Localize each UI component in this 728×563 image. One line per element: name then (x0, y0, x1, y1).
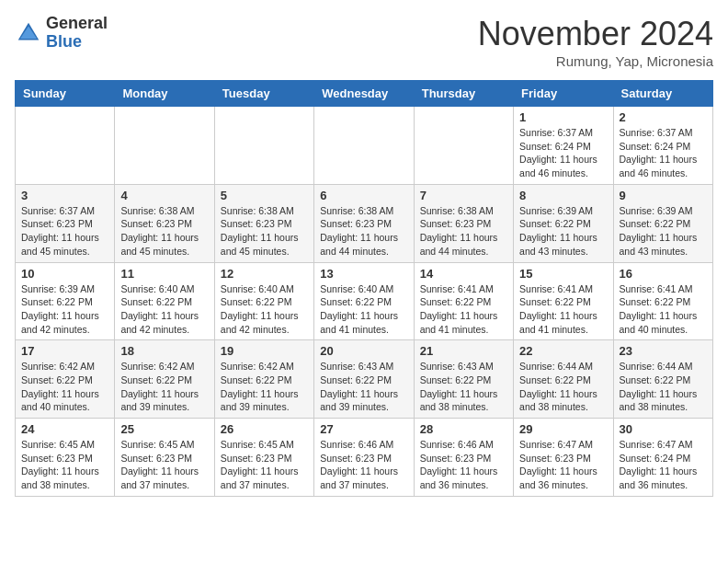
day-info: Sunrise: 6:45 AM Sunset: 6:23 PM Dayligh… (221, 438, 308, 492)
calendar-cell: 20Sunrise: 6:43 AM Sunset: 6:22 PM Dayli… (314, 340, 414, 419)
day-info: Sunrise: 6:38 AM Sunset: 6:23 PM Dayligh… (221, 204, 308, 259)
day-info: Sunrise: 6:40 AM Sunset: 6:22 PM Dayligh… (221, 282, 308, 337)
day-info: Sunrise: 6:41 AM Sunset: 6:22 PM Dayligh… (420, 282, 507, 337)
day-info: Sunrise: 6:41 AM Sunset: 6:22 PM Dayligh… (620, 282, 707, 337)
day-number: 5 (221, 189, 308, 202)
day-info: Sunrise: 6:40 AM Sunset: 6:22 PM Dayligh… (320, 282, 407, 337)
calendar-cell: 11Sunrise: 6:40 AM Sunset: 6:22 PM Dayli… (115, 262, 214, 340)
day-info: Sunrise: 6:41 AM Sunset: 6:22 PM Dayligh… (519, 282, 607, 337)
calendar-cell: 23Sunrise: 6:44 AM Sunset: 6:22 PM Dayli… (613, 340, 712, 419)
day-info: Sunrise: 6:42 AM Sunset: 6:22 PM Dayligh… (221, 360, 308, 414)
day-number: 9 (620, 189, 707, 202)
day-info: Sunrise: 6:45 AM Sunset: 6:23 PM Dayligh… (21, 438, 108, 492)
calendar-cell: 13Sunrise: 6:40 AM Sunset: 6:22 PM Dayli… (314, 262, 414, 340)
day-info: Sunrise: 6:38 AM Sunset: 6:23 PM Dayligh… (420, 204, 507, 259)
month-title: November 2024 (478, 15, 713, 53)
calendar-cell: 25Sunrise: 6:45 AM Sunset: 6:23 PM Dayli… (115, 419, 214, 497)
day-info: Sunrise: 6:47 AM Sunset: 6:24 PM Dayligh… (620, 438, 707, 492)
day-info: Sunrise: 6:42 AM Sunset: 6:22 PM Dayligh… (120, 360, 208, 414)
calendar-cell (115, 107, 214, 185)
calendar-cell: 30Sunrise: 6:47 AM Sunset: 6:24 PM Dayli… (613, 419, 712, 497)
calendar-cell: 6Sunrise: 6:38 AM Sunset: 6:23 PM Daylig… (314, 184, 414, 262)
calendar-cell (414, 107, 513, 185)
calendar-week-row: 24Sunrise: 6:45 AM Sunset: 6:23 PM Dayli… (16, 419, 713, 497)
calendar-cell: 5Sunrise: 6:38 AM Sunset: 6:23 PM Daylig… (214, 184, 313, 262)
day-number: 28 (420, 422, 507, 436)
day-number: 18 (120, 344, 208, 358)
day-info: Sunrise: 6:40 AM Sunset: 6:22 PM Dayligh… (120, 282, 208, 337)
calendar-cell: 24Sunrise: 6:45 AM Sunset: 6:23 PM Dayli… (16, 419, 115, 497)
calendar-table: SundayMondayTuesdayWednesdayThursdayFrid… (15, 80, 713, 497)
column-header-wednesday: Wednesday (314, 81, 414, 107)
day-info: Sunrise: 6:39 AM Sunset: 6:22 PM Dayligh… (21, 282, 108, 337)
calendar-cell: 8Sunrise: 6:39 AM Sunset: 6:22 PM Daylig… (514, 184, 613, 262)
calendar-cell: 22Sunrise: 6:44 AM Sunset: 6:22 PM Dayli… (514, 340, 613, 419)
day-info: Sunrise: 6:46 AM Sunset: 6:23 PM Dayligh… (320, 438, 407, 492)
calendar-cell: 10Sunrise: 6:39 AM Sunset: 6:22 PM Dayli… (16, 262, 115, 340)
calendar-cell: 3Sunrise: 6:37 AM Sunset: 6:23 PM Daylig… (16, 184, 115, 262)
day-number: 2 (620, 110, 707, 124)
day-number: 20 (320, 344, 407, 358)
calendar-cell: 26Sunrise: 6:45 AM Sunset: 6:23 PM Dayli… (214, 419, 313, 497)
logo: General Blue (15, 15, 108, 52)
day-number: 7 (420, 189, 507, 202)
calendar-cell: 16Sunrise: 6:41 AM Sunset: 6:22 PM Dayli… (613, 262, 712, 340)
day-info: Sunrise: 6:43 AM Sunset: 6:22 PM Dayligh… (320, 360, 407, 414)
calendar-cell: 2Sunrise: 6:37 AM Sunset: 6:24 PM Daylig… (613, 107, 712, 185)
day-number: 25 (120, 422, 208, 436)
location: Rumung, Yap, Micronesia (478, 53, 713, 69)
day-number: 11 (120, 267, 208, 281)
calendar-cell: 15Sunrise: 6:41 AM Sunset: 6:22 PM Dayli… (514, 262, 613, 340)
calendar-cell (314, 107, 414, 185)
day-number: 8 (519, 189, 607, 202)
day-info: Sunrise: 6:44 AM Sunset: 6:22 PM Dayligh… (620, 360, 707, 414)
column-header-monday: Monday (115, 81, 214, 107)
calendar-week-row: 10Sunrise: 6:39 AM Sunset: 6:22 PM Dayli… (16, 262, 713, 340)
day-info: Sunrise: 6:44 AM Sunset: 6:22 PM Dayligh… (519, 360, 607, 414)
calendar-week-row: 17Sunrise: 6:42 AM Sunset: 6:22 PM Dayli… (16, 340, 713, 419)
day-number: 6 (320, 189, 407, 202)
day-number: 14 (420, 267, 507, 281)
day-number: 30 (620, 422, 707, 436)
column-header-friday: Friday (514, 81, 613, 107)
day-number: 27 (320, 422, 407, 436)
calendar-cell: 12Sunrise: 6:40 AM Sunset: 6:22 PM Dayli… (214, 262, 313, 340)
day-info: Sunrise: 6:45 AM Sunset: 6:23 PM Dayligh… (120, 438, 208, 492)
day-number: 4 (120, 189, 208, 202)
day-number: 1 (519, 110, 607, 124)
day-number: 10 (21, 267, 108, 281)
day-info: Sunrise: 6:38 AM Sunset: 6:23 PM Dayligh… (120, 204, 208, 259)
calendar-cell: 17Sunrise: 6:42 AM Sunset: 6:22 PM Dayli… (16, 340, 115, 419)
day-number: 12 (221, 267, 308, 281)
calendar-cell: 29Sunrise: 6:47 AM Sunset: 6:23 PM Dayli… (514, 419, 613, 497)
column-header-sunday: Sunday (16, 81, 115, 107)
calendar-cell: 4Sunrise: 6:38 AM Sunset: 6:23 PM Daylig… (115, 184, 214, 262)
day-number: 24 (21, 422, 108, 436)
page-header: General Blue November 2024 Rumung, Yap, … (15, 15, 713, 69)
calendar-cell: 9Sunrise: 6:39 AM Sunset: 6:22 PM Daylig… (613, 184, 712, 262)
day-number: 26 (221, 422, 308, 436)
day-number: 29 (519, 422, 607, 436)
day-info: Sunrise: 6:38 AM Sunset: 6:23 PM Dayligh… (320, 204, 407, 259)
calendar-week-row: 3Sunrise: 6:37 AM Sunset: 6:23 PM Daylig… (16, 184, 713, 262)
calendar-cell (16, 107, 115, 185)
calendar-cell: 14Sunrise: 6:41 AM Sunset: 6:22 PM Dayli… (414, 262, 513, 340)
day-number: 15 (519, 267, 607, 281)
day-info: Sunrise: 6:37 AM Sunset: 6:23 PM Dayligh… (21, 204, 108, 259)
day-number: 3 (21, 189, 108, 202)
day-number: 22 (519, 344, 607, 358)
calendar-header-row: SundayMondayTuesdayWednesdayThursdayFrid… (16, 81, 713, 107)
column-header-thursday: Thursday (414, 81, 513, 107)
day-number: 17 (21, 344, 108, 358)
calendar-cell: 18Sunrise: 6:42 AM Sunset: 6:22 PM Dayli… (115, 340, 214, 419)
title-area: November 2024 Rumung, Yap, Micronesia (478, 15, 713, 69)
day-info: Sunrise: 6:46 AM Sunset: 6:23 PM Dayligh… (420, 438, 507, 492)
logo-text: General Blue (46, 15, 108, 52)
day-info: Sunrise: 6:43 AM Sunset: 6:22 PM Dayligh… (420, 360, 507, 414)
day-number: 19 (221, 344, 308, 358)
day-info: Sunrise: 6:42 AM Sunset: 6:22 PM Dayligh… (21, 360, 108, 414)
calendar-cell: 19Sunrise: 6:42 AM Sunset: 6:22 PM Dayli… (214, 340, 313, 419)
calendar-week-row: 1Sunrise: 6:37 AM Sunset: 6:24 PM Daylig… (16, 107, 713, 185)
calendar-cell: 7Sunrise: 6:38 AM Sunset: 6:23 PM Daylig… (414, 184, 513, 262)
day-number: 13 (320, 267, 407, 281)
